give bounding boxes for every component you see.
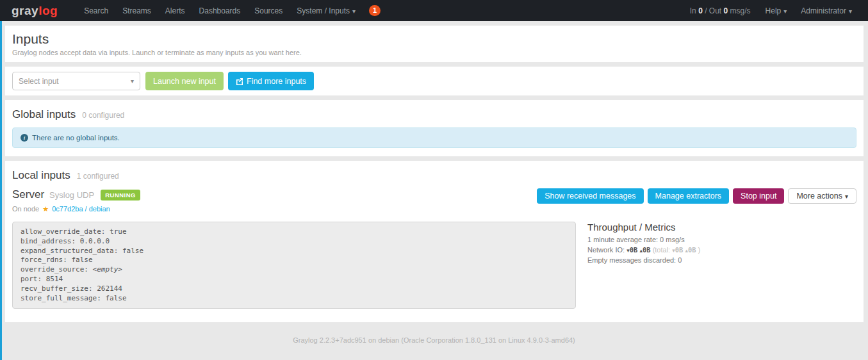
chevron-down-icon: ▾ <box>845 193 848 200</box>
config-row: bind_address0.0.0.0 <box>20 237 568 247</box>
global-inputs-row: Global inputs 0 configured i There are n… <box>5 100 864 156</box>
help-label: Help <box>766 6 782 15</box>
more-actions-label: More actions <box>796 192 842 200</box>
external-link-icon <box>236 78 243 85</box>
chevron-down-icon: ▾ <box>849 8 852 15</box>
graylog-logo[interactable]: graylog <box>12 4 58 18</box>
global-inputs-count: 0 configured <box>82 111 124 120</box>
throughput-suffix: msg/s <box>730 6 751 15</box>
config-row: expand_structured_datafalse <box>20 247 568 256</box>
throughput-in-value: 0 <box>698 6 703 15</box>
input-name: Server <box>12 188 44 201</box>
stop-input-button[interactable]: Stop input <box>733 188 784 204</box>
global-inputs-header: Global inputs 0 configured <box>12 108 856 121</box>
input-launcher-row: Select input ▾ Launch new input Find mor… <box>5 67 864 95</box>
status-badge: RUNNING <box>101 190 140 200</box>
config-value: false <box>71 256 92 264</box>
user-label: Administrator <box>801 6 846 15</box>
config-key: store_full_message <box>20 294 105 302</box>
config-key: expand_structured_data <box>20 247 122 255</box>
page-content: Inputs Graylog nodes accept data via inp… <box>0 21 868 322</box>
network-io-up: 0B <box>643 246 651 254</box>
node-line: On node ★ 0c77d2ba / debian <box>12 205 533 213</box>
config-value: false <box>105 294 126 302</box>
nav-item-dashboards[interactable]: Dashboards <box>192 6 248 15</box>
left-edge-accent <box>0 21 2 360</box>
node-link[interactable]: 0c77d2ba / debian <box>52 205 110 213</box>
config-value: 262144 <box>97 284 122 293</box>
network-io-down: 0B <box>630 246 638 254</box>
nav-item-search[interactable]: Search <box>77 6 115 15</box>
select-placeholder: Select input <box>19 77 131 86</box>
config-row: recv_buffer_size262144 <box>20 284 568 294</box>
version-footer: Graylog 2.2.3+7adc951 on debian (Oracle … <box>0 327 868 354</box>
throughput-metrics: Throughput / Metrics 1 minute average ra… <box>587 222 856 309</box>
find-more-inputs-button[interactable]: Find more inputs <box>228 72 314 90</box>
config-value: true <box>110 227 127 236</box>
global-inputs-title: Global inputs <box>12 108 76 121</box>
nav-item-streams[interactable]: Streams <box>115 6 158 15</box>
chevron-down-icon: ▾ <box>352 8 356 15</box>
nav-item-alerts[interactable]: Alerts <box>158 6 192 15</box>
main-nav: Search Streams Alerts Dashboards Sources… <box>77 6 363 15</box>
show-received-messages-button[interactable]: Show received messages <box>537 188 643 204</box>
star-icon: ★ <box>42 205 49 213</box>
on-node-label: On node <box>12 205 39 213</box>
nav-item-help[interactable]: Help▾ <box>758 6 794 15</box>
network-io-total: (total: ▾0B ▴0B ) <box>653 246 701 254</box>
page-header-row: Inputs Graylog nodes accept data via inp… <box>5 26 864 62</box>
config-row: force_rdnsfalse <box>20 256 568 265</box>
input-configuration-well: allow_override_datetrue bind_address0.0.… <box>12 222 576 309</box>
nav-item-user-menu[interactable]: Administrator▾ <box>794 6 859 15</box>
metric-rate: 1 minute average rate: 0 msg/s <box>587 236 856 243</box>
config-row: port8514 <box>20 275 568 284</box>
manage-extractors-button[interactable]: Manage extractors <box>648 188 730 204</box>
local-inputs-title: Local inputs <box>12 169 70 182</box>
chevron-down-icon: ▾ <box>131 78 134 85</box>
find-more-inputs-label: Find more inputs <box>247 77 306 86</box>
config-key: force_rdns <box>20 256 71 264</box>
launch-new-input-button[interactable]: Launch new input <box>145 72 224 90</box>
local-inputs-count: 1 configured <box>77 172 119 181</box>
metric-empty-discarded: Empty messages discarded: 0 <box>587 256 856 264</box>
nav-system-label: System / Inputs <box>297 6 350 15</box>
throughput-in-label: In <box>690 6 696 15</box>
chevron-down-icon: ▾ <box>783 8 787 15</box>
total-suffix: ) <box>698 246 701 254</box>
config-key: recv_buffer_size <box>20 284 97 293</box>
config-value: <empty> <box>93 265 122 274</box>
navbar-right: In 0 / Out 0 msg/s Help▾ Administrator▾ <box>682 6 859 15</box>
config-key: port <box>20 275 46 283</box>
throughput-out-value: 0 <box>724 6 728 15</box>
total-prefix: (total: <box>653 246 671 254</box>
config-key: override_source <box>20 265 93 274</box>
config-row: allow_override_datetrue <box>20 227 568 237</box>
local-inputs-header: Local inputs 1 configured <box>12 169 856 182</box>
more-actions-button[interactable]: More actions▾ <box>788 188 856 204</box>
config-key: bind_address <box>20 237 80 245</box>
config-key: allow_override_date <box>20 227 110 236</box>
config-value: 0.0.0.0 <box>80 237 110 245</box>
config-value: false <box>122 247 143 255</box>
input-type-select[interactable]: Select input ▾ <box>12 72 140 90</box>
global-throughput: In 0 / Out 0 msg/s <box>682 6 758 15</box>
local-inputs-row: Local inputs 1 configured Server Syslog … <box>5 161 864 322</box>
page-title: Inputs <box>12 31 856 47</box>
input-type: Syslog UDP <box>49 190 94 200</box>
input-entry-header: Server Syslog UDP RUNNING On node ★ 0c77… <box>12 188 856 213</box>
logo-text-log: log <box>38 4 58 17</box>
metrics-title: Throughput / Metrics <box>587 222 856 233</box>
network-io-label: Network IO: <box>587 246 625 254</box>
notification-badge[interactable]: 1 <box>369 5 381 16</box>
network-io-total-down: 0B <box>675 246 684 254</box>
throughput-out-label: / Out <box>705 6 721 15</box>
nav-item-system-inputs[interactable]: System / Inputs▾ <box>290 6 363 15</box>
nav-item-sources[interactable]: Sources <box>247 6 290 15</box>
metric-network-io: Network IO: ▾0B ▴0B (total: ▾0B ▴0B ) <box>587 246 856 254</box>
page-description: Graylog nodes accept data via inputs. La… <box>12 49 856 56</box>
alert-text: There are no global inputs. <box>32 134 120 142</box>
config-row: override_source<empty> <box>20 265 568 275</box>
input-details: allow_override_datetrue bind_address0.0.… <box>12 222 856 316</box>
input-title-block: Server Syslog UDP RUNNING On node ★ 0c77… <box>12 188 533 213</box>
info-icon: i <box>20 134 28 142</box>
